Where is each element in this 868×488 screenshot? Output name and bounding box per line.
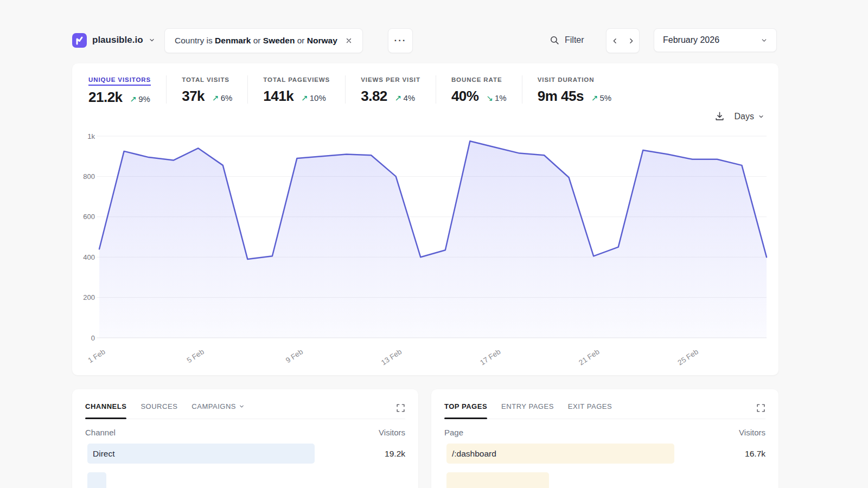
visitors-chart-area: 02004006008001k1 Feb5 Feb9 Feb13 Feb17 F… [80, 129, 771, 367]
stat-bounce-rate[interactable]: BOUNCE RATE 40% ↘1% [451, 74, 507, 105]
page-visitors: 16.7k [745, 449, 765, 459]
column-header-visitors: Visitors [379, 428, 405, 437]
channel-link[interactable]: Direct [85, 449, 114, 459]
top-stats: UNIQUE VISITORS 21.2k ↗9% TOTAL VISITS 3… [88, 74, 611, 106]
period-pager [606, 28, 640, 53]
visitors-chart[interactable]: 02004006008001k1 Feb5 Feb9 Feb13 Feb17 F… [80, 129, 771, 367]
filter-chip-country[interactable]: Country is Denmark or Sweden or Norway [164, 28, 363, 53]
row-bar [446, 472, 549, 488]
search-icon [550, 35, 560, 46]
page-row-partial [444, 472, 765, 488]
expand-icon[interactable] [396, 402, 405, 413]
filter-button[interactable]: Filter [545, 28, 589, 52]
divider [436, 75, 436, 104]
row-bar [87, 472, 106, 488]
stat-total-visits[interactable]: TOTAL VISITS 37k ↗6% [182, 74, 232, 105]
trend-up-icon: ↗ [395, 93, 402, 103]
page-link[interactable]: /:dashboard [444, 449, 496, 459]
chevron-down-icon [239, 403, 245, 409]
divider [522, 75, 522, 104]
export-download-button[interactable] [714, 111, 725, 121]
trend-up-icon: ↗ [130, 94, 137, 104]
filter-button-label: Filter [565, 35, 584, 45]
svg-text:600: 600 [83, 213, 95, 221]
plausible-logo-icon [72, 33, 87, 48]
channel-row-partial [85, 472, 405, 488]
divider [166, 75, 167, 104]
remove-filter-icon[interactable] [345, 37, 353, 44]
channels-tabs: CHANNELS SOURCES CAMPAIGNS [85, 402, 405, 419]
stat-total-pageviews[interactable]: TOTAL PAGEVIEWS 141k ↗10% [263, 74, 330, 105]
interval-label: Days [735, 112, 754, 121]
svg-text:1 Feb: 1 Feb [87, 348, 107, 364]
channel-row-direct: Direct 19.2k [85, 444, 405, 464]
site-name: plausible.io [92, 35, 143, 46]
tab-top-pages[interactable]: TOP PAGES [444, 402, 487, 419]
chevron-down-icon [761, 37, 768, 44]
chevron-left-icon [611, 37, 618, 44]
channels-card: CHANNELS SOURCES CAMPAIGNS Channel Visit… [72, 389, 418, 488]
svg-text:13 Feb: 13 Feb [380, 348, 403, 367]
column-header-channel: Channel [85, 428, 116, 437]
date-range-label: February 2026 [663, 35, 719, 45]
svg-text:21 Feb: 21 Feb [577, 348, 601, 367]
column-header-page: Page [444, 428, 463, 437]
trend-down-icon: ↘ [486, 93, 493, 103]
next-period-button[interactable] [623, 29, 639, 53]
stat-views-per-visit[interactable]: VIEWS PER VISIT 3.82 ↗4% [361, 74, 420, 105]
tab-entry-pages[interactable]: ENTRY PAGES [501, 402, 554, 419]
chart-controls: Days [714, 111, 764, 121]
trend-up-icon: ↗ [591, 93, 598, 103]
visitors-panel: UNIQUE VISITORS 21.2k ↗9% TOTAL VISITS 3… [72, 63, 778, 375]
divider [247, 75, 248, 104]
pages-tabs: TOP PAGES ENTRY PAGES EXIT PAGES [444, 402, 765, 419]
svg-text:5 Feb: 5 Feb [186, 348, 206, 364]
chevron-right-icon [628, 37, 635, 44]
chevron-down-icon [758, 113, 764, 120]
trend-up-icon: ↗ [212, 93, 219, 103]
svg-text:9 Feb: 9 Feb [284, 348, 304, 364]
tab-exit-pages[interactable]: EXIT PAGES [568, 402, 612, 419]
channel-visitors: 19.2k [385, 449, 405, 459]
svg-text:25 Feb: 25 Feb [676, 348, 700, 367]
chevron-down-icon [149, 37, 155, 43]
divider [345, 75, 346, 104]
interval-dropdown[interactable]: Days [735, 112, 764, 121]
svg-text:0: 0 [91, 334, 95, 342]
svg-text:1k: 1k [87, 132, 95, 140]
stat-visit-duration[interactable]: VISIT DURATION 9m 45s ↗5% [538, 74, 611, 105]
site-switcher[interactable]: plausible.io [72, 30, 155, 50]
expand-icon[interactable] [756, 402, 765, 413]
column-header-visitors: Visitors [739, 428, 765, 437]
download-icon [714, 111, 725, 121]
tab-sources[interactable]: SOURCES [141, 402, 177, 419]
more-filters-button[interactable]: ··· [388, 28, 413, 53]
page-row-dashboard: /:dashboard 16.7k [444, 444, 765, 464]
previous-period-button[interactable] [607, 29, 623, 53]
tab-channels[interactable]: CHANNELS [85, 402, 126, 419]
pages-card: TOP PAGES ENTRY PAGES EXIT PAGES Page Vi… [431, 389, 778, 488]
tab-campaigns[interactable]: CAMPAIGNS [192, 402, 245, 419]
plausible-dashboard: plausible.io Country is Denmark or Swede… [0, 0, 868, 488]
filter-chip-text: Country is Denmark or Sweden or Norway [175, 36, 337, 46]
svg-text:400: 400 [83, 253, 95, 261]
trend-up-icon: ↗ [301, 93, 308, 103]
stat-unique-visitors[interactable]: UNIQUE VISITORS 21.2k ↗9% [88, 74, 151, 106]
svg-text:17 Feb: 17 Feb [478, 348, 502, 367]
date-range-picker[interactable]: February 2026 [654, 28, 777, 52]
svg-text:800: 800 [83, 172, 95, 181]
svg-text:200: 200 [83, 293, 95, 301]
row-bar [87, 444, 315, 464]
